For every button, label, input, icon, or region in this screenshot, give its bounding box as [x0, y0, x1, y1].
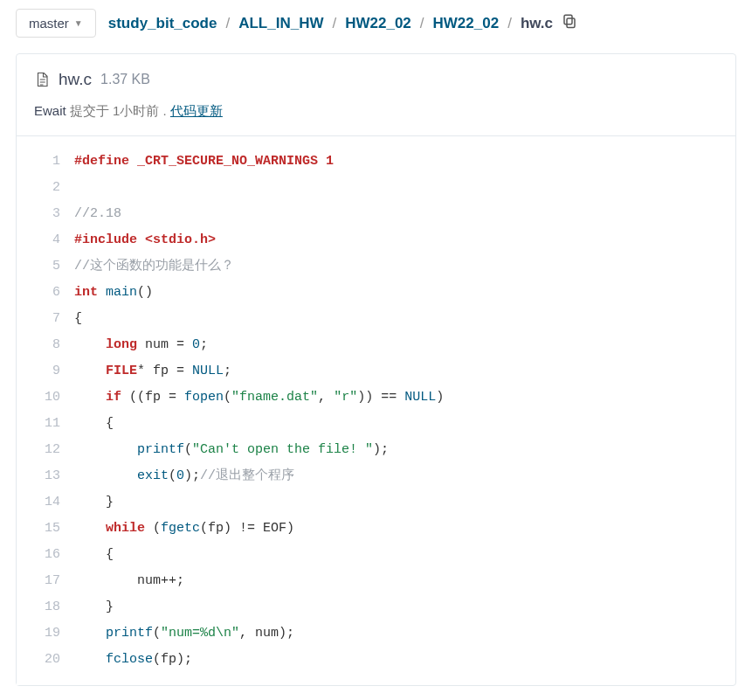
line-number[interactable]: 16 — [17, 542, 60, 568]
line-number[interactable]: 1 — [17, 149, 60, 175]
file-header: hw.c 1.37 KB — [17, 54, 735, 98]
breadcrumb: study_bit_code/ALL_IN_HW/HW22_02/HW22_02… — [108, 13, 577, 33]
code-line: //这个函数的功能是什么？ — [71, 253, 735, 280]
line-number[interactable]: 12 — [17, 437, 60, 463]
commit-message[interactable]: 代码更新 — [170, 103, 223, 118]
line-number[interactable]: 14 — [17, 489, 60, 516]
line-number[interactable]: 6 — [17, 280, 60, 306]
code-line: if ((fp = fopen("fname.dat", "r")) == NU… — [71, 385, 735, 411]
breadcrumb-separator: / — [332, 15, 336, 32]
line-number[interactable]: 10 — [17, 385, 60, 411]
line-number[interactable]: 2 — [17, 175, 60, 201]
code-line: exit(0);//退出整个程序 — [71, 463, 735, 489]
svg-rect-1 — [564, 15, 572, 24]
line-number[interactable]: 8 — [17, 332, 60, 358]
breadcrumb-separator: / — [420, 15, 424, 32]
breadcrumb-link[interactable]: study_bit_code — [108, 15, 217, 32]
line-number[interactable]: 3 — [17, 201, 60, 227]
code-line: } — [71, 594, 735, 620]
code-area: 1234567891011121314151617181920 #define … — [17, 136, 735, 685]
code-line: printf("num=%d\n", num); — [71, 620, 735, 647]
code-content: #define _CRT_SECURE_NO_WARNINGS 1 //2.18… — [71, 136, 735, 685]
line-number[interactable]: 18 — [17, 594, 60, 620]
breadcrumb-separator: / — [225, 15, 230, 32]
code-line: #include <stdio.h> — [71, 227, 735, 253]
commit-action: 提交于 — [70, 103, 109, 118]
code-line — [71, 175, 735, 201]
file-name: hw.c — [59, 70, 92, 89]
line-number[interactable]: 19 — [17, 620, 60, 647]
file-panel: hw.c 1.37 KB Ewait 提交于 1小时前 . 代码更新 12345… — [16, 53, 736, 686]
file-icon — [34, 71, 50, 88]
caret-down-icon: ▼ — [74, 18, 83, 28]
code-line: } — [71, 489, 735, 516]
breadcrumb-separator: / — [507, 15, 512, 32]
branch-label: master — [29, 16, 69, 31]
breadcrumb-link[interactable]: HW22_02 — [345, 15, 411, 32]
code-line: #define _CRT_SECURE_NO_WARNINGS 1 — [71, 149, 735, 175]
line-number[interactable]: 13 — [17, 463, 60, 489]
code-line: { — [71, 411, 735, 437]
line-number[interactable]: 17 — [17, 568, 60, 594]
code-line: long num = 0; — [71, 332, 735, 358]
line-number[interactable]: 5 — [17, 253, 60, 280]
code-line: num++; — [71, 568, 735, 594]
breadcrumb-link[interactable]: HW22_02 — [433, 15, 500, 32]
header-bar: master ▼ study_bit_code/ALL_IN_HW/HW22_0… — [0, 0, 752, 46]
code-line: FILE* fp = NULL; — [71, 358, 735, 385]
code-line: printf("Can't open the file! "); — [71, 437, 735, 463]
commit-author: Ewait — [34, 103, 66, 118]
file-title: hw.c 1.37 KB — [34, 70, 718, 89]
commit-dot: . — [163, 103, 167, 118]
commit-info: Ewait 提交于 1小时前 . 代码更新 — [17, 98, 735, 136]
breadcrumb-link[interactable]: ALL_IN_HW — [238, 15, 323, 32]
branch-selector[interactable]: master ▼ — [16, 9, 96, 38]
code-line: { — [71, 542, 735, 568]
copy-icon — [562, 13, 577, 29]
file-size: 1.37 KB — [100, 72, 150, 87]
line-number[interactable]: 7 — [17, 306, 60, 332]
line-number-gutter: 1234567891011121314151617181920 — [17, 136, 71, 685]
line-number[interactable]: 15 — [17, 516, 60, 542]
line-number[interactable]: 4 — [17, 227, 60, 253]
code-line: fclose(fp); — [71, 647, 735, 673]
code-line: //2.18 — [71, 201, 735, 227]
code-line: { — [71, 306, 735, 332]
commit-time: 1小时前 — [113, 103, 159, 118]
line-number[interactable]: 11 — [17, 411, 60, 437]
breadcrumb-current: hw.c — [521, 15, 553, 32]
line-number[interactable]: 20 — [17, 647, 60, 673]
line-number[interactable]: 9 — [17, 358, 60, 385]
copy-path-button[interactable] — [562, 13, 577, 33]
code-line: while (fgetc(fp) != EOF) — [71, 516, 735, 542]
code-line: int main() — [71, 280, 735, 306]
svg-rect-0 — [567, 18, 575, 28]
